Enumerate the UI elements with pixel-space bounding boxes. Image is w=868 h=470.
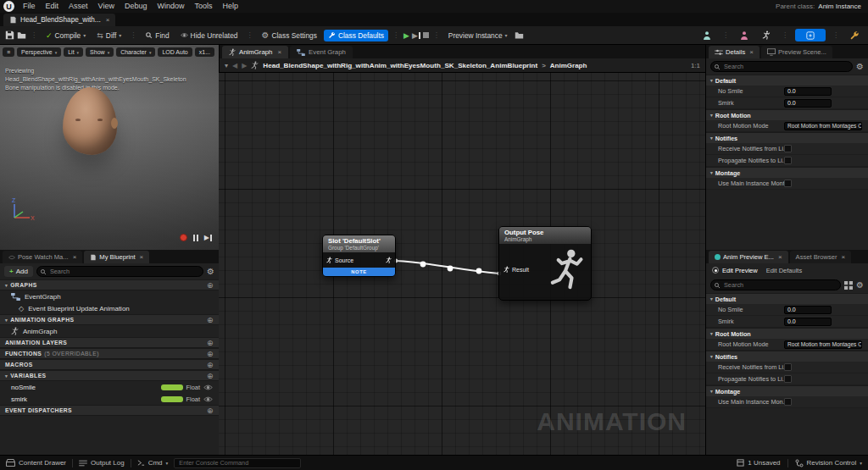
use-main-instance-checkbox[interactable]	[784, 180, 792, 187]
play-button[interactable]: ▶	[403, 31, 409, 40]
skeleton-mode-button[interactable]	[698, 29, 715, 42]
section-montage[interactable]: ▾ Montage	[706, 167, 868, 178]
section-event-dispatchers[interactable]: EVENT DISPATCHERS ⊕	[0, 405, 219, 416]
viewport-menu-button[interactable]: ≡	[3, 47, 14, 57]
frame-skip-button[interactable]: ▶	[412, 31, 420, 40]
step-forward-button[interactable]: ▶	[204, 234, 212, 241]
content-drawer-button[interactable]: Content Drawer	[6, 459, 66, 467]
animation-mode-button[interactable]	[758, 29, 775, 42]
close-icon[interactable]: ×	[106, 16, 110, 24]
record-button[interactable]	[180, 234, 187, 241]
menu-window[interactable]: Window	[152, 0, 189, 13]
gear-icon[interactable]: ⚙	[856, 281, 864, 290]
eye-icon[interactable]	[203, 396, 213, 402]
gear-icon[interactable]: ⚙	[856, 63, 864, 71]
menu-file[interactable]: File	[18, 0, 41, 13]
unreal-logo-icon[interactable]: U	[3, 1, 14, 12]
section-root-motion[interactable]: ▾ Root Motion	[706, 109, 868, 120]
search-input[interactable]	[36, 266, 203, 277]
tab-event-graph[interactable]: Event Graph	[290, 46, 353, 58]
tab-asset-browser[interactable]: Asset Browser ×	[790, 251, 852, 263]
section-macros[interactable]: MACROS ⊕	[0, 359, 219, 370]
nav-forward-icon[interactable]: ▶	[242, 62, 247, 69]
edit-defaults-radio[interactable]: Edit Defaults	[766, 267, 803, 274]
add-animation-layer-icon[interactable]: ⊕	[207, 339, 214, 347]
section-functions[interactable]: FUNCTIONS (5 OVERRIDABLE) ⊕	[0, 348, 219, 359]
diff-button[interactable]: ⇆ Diff ▾	[92, 30, 125, 41]
show-dropdown[interactable]: Show▾	[86, 47, 114, 57]
item-animgraph[interactable]: AnimGraph	[0, 325, 219, 337]
save-icon[interactable]	[5, 30, 14, 40]
slot-node-header[interactable]: Slot 'DefaultSlot' Group 'DefaultGroup'	[323, 235, 395, 252]
breadcrumb-root[interactable]: Head_BlendShape_withRig_withAnim_withEye…	[263, 62, 537, 69]
section-root-motion[interactable]: ▾ Root Motion	[706, 328, 868, 339]
physics-mode-button[interactable]	[846, 29, 863, 42]
perspective-dropdown[interactable]: Perspective▾	[17, 47, 61, 57]
stop-button[interactable]	[423, 32, 429, 38]
output-pose-node[interactable]: Output Pose AnimGraph Result	[498, 226, 592, 301]
tab-details[interactable]: Details ×	[709, 46, 760, 58]
preview-instance-dropdown[interactable]: Preview Instance ▾	[444, 30, 512, 41]
section-montage[interactable]: ▾ Montage	[706, 385, 868, 396]
breadcrumb-current[interactable]: AnimGraph	[550, 62, 587, 69]
section-animation-graphs[interactable]: ▾ ANIMATION GRAPHS ⊕	[0, 314, 219, 325]
close-icon[interactable]: ×	[140, 253, 144, 261]
item-event-update-animation[interactable]: ◇ Event Blueprint Update Animation	[0, 302, 219, 314]
compile-button[interactable]: ✓ Compile ▾	[42, 30, 90, 41]
asset-tab[interactable]: Head_BlendShape_with... ×	[3, 14, 115, 26]
tab-animgraph[interactable]: AnimGraph ×	[222, 46, 288, 58]
bookmark-dropdown-icon[interactable]: ▾	[225, 62, 228, 69]
menu-edit[interactable]: Edit	[41, 0, 64, 13]
close-icon[interactable]: ×	[277, 48, 281, 56]
section-graphs[interactable]: ▾ GRAPHS ⊕	[0, 279, 219, 290]
receive-notifies-checkbox[interactable]	[784, 363, 792, 371]
character-dropdown[interactable]: Character▾	[116, 47, 155, 57]
playback-speed-button[interactable]: x1...	[195, 47, 214, 57]
grid-view-icon[interactable]	[844, 281, 853, 290]
section-notifies[interactable]: ▾ Notifies	[706, 351, 868, 362]
unsaved-indicator[interactable]: 1 Unsaved	[737, 459, 780, 467]
search-input[interactable]	[710, 61, 853, 72]
browse-folder-icon[interactable]	[17, 30, 26, 40]
pose-output-pin[interactable]	[386, 257, 392, 264]
pause-button[interactable]	[193, 235, 198, 241]
add-function-icon[interactable]: ⊕	[207, 350, 214, 358]
section-animation-layers[interactable]: ANIMATION LAYERS ⊕	[0, 337, 219, 348]
node-note-bubble[interactable]: NOTE	[323, 268, 395, 276]
menu-view[interactable]: View	[93, 0, 120, 13]
nav-back-icon[interactable]: ◀	[232, 62, 237, 69]
lit-dropdown[interactable]: Lit▾	[64, 47, 83, 57]
add-macro-icon[interactable]: ⊕	[207, 361, 214, 369]
revision-control-button[interactable]: Revision Control ▾	[795, 459, 862, 467]
section-notifies[interactable]: ▾ Notifies	[706, 132, 868, 143]
menu-tools[interactable]: Tools	[189, 0, 217, 13]
hide-unrelated-button[interactable]: Hide Unrelated	[176, 30, 242, 41]
add-animation-graph-icon[interactable]: ⊕	[207, 316, 214, 324]
close-icon[interactable]: ×	[778, 253, 782, 261]
use-main-instance-checkbox[interactable]	[784, 398, 792, 406]
add-graph-icon[interactable]: ⊕	[207, 281, 214, 290]
output-log-button[interactable]: Output Log	[79, 459, 125, 467]
root-motion-mode-dropdown[interactable]: Root Motion from Montages O ▾	[784, 340, 862, 349]
variable-row-nosmile[interactable]: noSmile Float	[0, 381, 219, 393]
tab-preview-scene[interactable]: Preview Scene...	[761, 46, 832, 58]
preview-viewport[interactable]: ≡ Perspective▾ Lit▾ Show▾ Character▾ LOD…	[0, 45, 219, 250]
tab-anim-preview-editor[interactable]: Anim Preview E... ×	[709, 251, 788, 263]
chevron-down-icon[interactable]: ▾	[119, 32, 121, 38]
class-defaults-button[interactable]: Class Defaults	[324, 30, 388, 41]
animgraph-canvas[interactable]: Slot 'DefaultSlot' Group 'DefaultGroup' …	[219, 73, 705, 455]
tab-pose-watch[interactable]: Pose Watch Ma... ×	[3, 251, 82, 263]
item-eventgraph[interactable]: EventGraph	[0, 290, 219, 302]
blueprint-mode-button-active[interactable]	[795, 29, 826, 41]
parent-class-value[interactable]: Anim Instance	[818, 3, 861, 10]
close-icon[interactable]: ×	[842, 253, 846, 261]
output-pose-header[interactable]: Output Pose AnimGraph	[499, 227, 591, 244]
add-button[interactable]: + Add	[4, 266, 33, 277]
mesh-mode-button[interactable]	[736, 29, 753, 42]
tab-my-blueprint[interactable]: My Blueprint ×	[84, 251, 149, 263]
source-input-pin[interactable]: Source	[326, 257, 353, 264]
variable-row-smirk[interactable]: smirk Float	[0, 393, 219, 405]
propagate-notifies-checkbox[interactable]	[784, 157, 792, 164]
console-command-input[interactable]	[174, 458, 301, 468]
section-variables[interactable]: ▾ VARIABLES ⊕	[0, 370, 219, 381]
